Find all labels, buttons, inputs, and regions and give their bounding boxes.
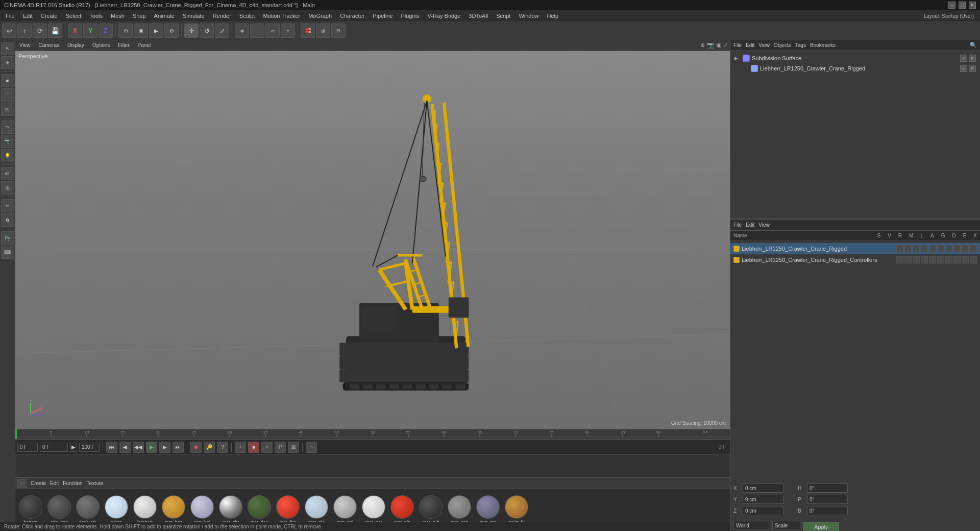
menu-3dtoall[interactable]: 3DToAll bbox=[465, 12, 492, 20]
mat-rub[interactable]: mat_rub bbox=[418, 495, 444, 525]
menu-motion-tracker[interactable]: Motion Tracker bbox=[259, 12, 304, 20]
menu-tools[interactable]: Tools bbox=[86, 12, 106, 20]
scene-menu-edit[interactable]: Edit bbox=[746, 222, 754, 228]
viewport-content[interactable]: Grid Spacing: 10000 cm X Y Z bbox=[15, 51, 730, 429]
obj-flag-vis[interactable]: V bbox=[960, 55, 967, 62]
scene-flag-d[interactable]: · bbox=[953, 245, 961, 252]
obj-menu-tags[interactable]: Tags bbox=[795, 42, 806, 48]
timeline-keyframes[interactable] bbox=[15, 455, 730, 478]
timeline-settings-btn[interactable]: ≡ bbox=[306, 442, 317, 453]
mat-ste[interactable]: mat_ste bbox=[475, 495, 501, 525]
deformer-btn[interactable]: 〜 bbox=[1, 120, 14, 134]
menu-mesh[interactable]: Mesh bbox=[107, 12, 128, 20]
ctrl-flag-s[interactable]: · bbox=[896, 256, 903, 263]
menu-file[interactable]: File bbox=[2, 12, 18, 20]
frame-nav-btn[interactable]: ▶ bbox=[70, 443, 77, 452]
scale-dropdown[interactable]: Scale bbox=[772, 521, 800, 530]
frame-end-display[interactable]: 100 F bbox=[79, 443, 100, 452]
selection-tool-btn[interactable]: ↖ bbox=[1, 42, 14, 55]
obj-menu-view[interactable]: View bbox=[758, 42, 770, 48]
keyframe-square-btn[interactable]: ■ bbox=[248, 442, 259, 453]
obj-menu-edit[interactable]: Edit bbox=[746, 42, 754, 48]
axis-btn[interactable]: ⊕ bbox=[316, 23, 330, 38]
obj-flag-vis2[interactable]: V bbox=[960, 65, 967, 72]
menu-render[interactable]: Render bbox=[209, 12, 235, 20]
vp-menu-options[interactable]: Options bbox=[90, 42, 112, 48]
new-button[interactable]: + bbox=[17, 23, 32, 38]
transform-btn[interactable]: ⟲ bbox=[118, 23, 133, 38]
mat-fire[interactable]: mat_fire bbox=[275, 495, 301, 525]
obj-flag-render[interactable]: R bbox=[969, 55, 976, 62]
vp-menu-cameras[interactable]: Cameras bbox=[37, 42, 62, 48]
scene-item-crane[interactable]: Liebherr_LR1250_Crawler_Crane_Rigged · ·… bbox=[730, 243, 980, 254]
obj-menu-objects[interactable]: Objects bbox=[774, 42, 791, 48]
minimize-button[interactable]: – bbox=[948, 2, 955, 9]
ctrl-flag-r[interactable]: · bbox=[913, 256, 920, 263]
scene-flag-m[interactable]: · bbox=[921, 245, 928, 252]
ctrl-flag-m[interactable]: · bbox=[921, 256, 928, 263]
mat-bottom[interactable]: bottom bbox=[17, 495, 44, 525]
close-button[interactable]: ✕ bbox=[969, 2, 976, 9]
light-btn[interactable]: 💡 bbox=[1, 149, 14, 162]
scene-flag-g[interactable]: · bbox=[945, 245, 952, 252]
tag-btn[interactable]: 🏷 bbox=[1, 167, 14, 180]
mat-dev[interactable]: mat_dev bbox=[246, 495, 273, 525]
workplane-btn[interactable]: ⊟ bbox=[331, 23, 346, 38]
menu-snap[interactable]: Snap bbox=[129, 12, 150, 20]
h-value-field[interactable]: 0° bbox=[807, 484, 848, 493]
open-button[interactable]: ⟳ bbox=[33, 23, 47, 38]
polys-btn[interactable]: ▪ bbox=[281, 23, 295, 38]
ctrl-flag-v[interactable]: · bbox=[904, 256, 912, 263]
move-btn[interactable]: ✛ bbox=[184, 23, 199, 38]
mat-chr[interactable]: mat_chr bbox=[217, 495, 244, 525]
mat-boi[interactable]: mat_boi bbox=[189, 495, 215, 525]
spline-btn[interactable]: ⌒ bbox=[1, 88, 14, 102]
scene-menu-file[interactable]: File bbox=[733, 222, 742, 228]
scene-flag-s[interactable]: · bbox=[896, 245, 903, 252]
obj-menu-file[interactable]: File bbox=[733, 42, 742, 48]
material-btn[interactable]: ◎ bbox=[1, 181, 14, 195]
menu-pipeline[interactable]: Pipeline bbox=[369, 12, 396, 20]
menu-select[interactable]: Select bbox=[62, 12, 85, 20]
scene-flag-r[interactable]: · bbox=[913, 245, 920, 252]
menu-animate[interactable]: Animate bbox=[151, 12, 178, 20]
mat-bez[interactable]: mat_bez bbox=[160, 495, 187, 525]
next-frame-btn[interactable]: ▶ bbox=[159, 442, 170, 453]
vp-menu-view[interactable]: View bbox=[17, 42, 33, 48]
z-value-field[interactable]: 0 cm bbox=[743, 506, 783, 515]
cube-btn[interactable]: ■ bbox=[1, 74, 14, 87]
world-dropdown[interactable]: World bbox=[733, 521, 769, 530]
apply-button[interactable]: Apply bbox=[803, 522, 839, 531]
vp-icon-maximize[interactable]: ⤢ bbox=[723, 42, 728, 49]
go-start-btn[interactable]: ⏮ bbox=[106, 442, 117, 453]
ctrl-flag-x[interactable]: · bbox=[970, 256, 977, 263]
scene-flag-v[interactable]: · bbox=[904, 245, 912, 252]
mat-menu-function[interactable]: Function bbox=[63, 480, 82, 486]
object-btn[interactable]: ◈ bbox=[235, 23, 249, 38]
menu-help[interactable]: Help bbox=[544, 12, 562, 20]
mat-gla[interactable]: mat_gla bbox=[303, 495, 330, 525]
undo-button[interactable]: ↩ bbox=[2, 23, 16, 38]
current-frame-input[interactable]: 0 F bbox=[40, 443, 68, 452]
vp-menu-filter[interactable]: Filter bbox=[116, 42, 131, 48]
z-axis-btn[interactable]: Z bbox=[99, 23, 113, 38]
nurbs-btn[interactable]: ◰ bbox=[1, 103, 14, 116]
mat-cab-bas[interactable]: cab_bas bbox=[46, 495, 72, 525]
mat-menu-edit[interactable]: Edit bbox=[50, 480, 59, 486]
go-end-btn[interactable]: ⏭ bbox=[173, 442, 184, 453]
vp-icon-cam[interactable]: 📷 bbox=[707, 42, 714, 49]
sculpt-btn[interactable]: ✿ bbox=[1, 213, 14, 227]
ctrl-flag-d[interactable]: · bbox=[953, 256, 961, 263]
keyframe-circle-btn[interactable]: ○ bbox=[261, 442, 273, 453]
menu-mograph[interactable]: MoGraph bbox=[305, 12, 335, 20]
play-reverse-btn[interactable]: ◀◀ bbox=[133, 442, 144, 453]
record-btn[interactable]: ⏺ bbox=[190, 442, 202, 453]
x-value-field[interactable]: 0 cm bbox=[743, 484, 783, 493]
mat-lambert[interactable]: lambert bbox=[132, 495, 158, 525]
render-settings-btn[interactable]: ⚙ bbox=[164, 23, 179, 38]
vp-icon-lock[interactable]: ⊕ bbox=[700, 42, 705, 49]
autokey-btn[interactable]: 🔑 bbox=[204, 442, 215, 453]
mat-paint-bi[interactable]: paint_bi bbox=[503, 495, 530, 525]
mat-dark-ste[interactable]: dark_ste bbox=[75, 495, 101, 525]
rotate-btn[interactable]: ↺ bbox=[200, 23, 214, 38]
